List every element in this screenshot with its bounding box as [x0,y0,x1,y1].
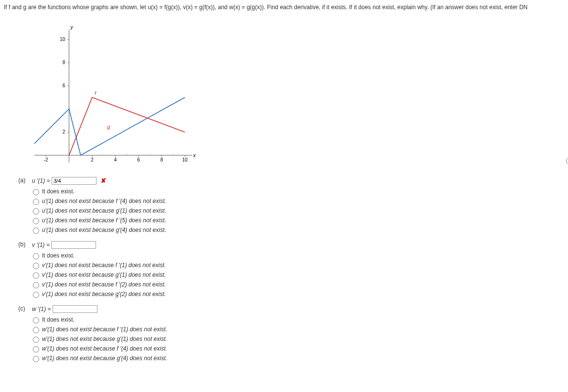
ytick-8: 8 [62,60,65,65]
part-b-opt-4: v′(1) does not exist because g′(2) does … [42,291,166,297]
part-c-radio-2[interactable] [33,337,39,343]
part-b-radio-0[interactable] [33,253,39,259]
info-icon[interactable]: i [566,157,568,165]
y-axis-label: y [70,24,74,30]
xtick-10: 10 [182,157,188,162]
part-a-label: (a) [18,177,30,184]
part-c-opt-1: w′(1) does not exist because f ′(1) does… [42,326,167,333]
part-b-input[interactable] [51,241,96,249]
part-a-opt-0: It does exist. [42,188,74,195]
label-g: g [107,124,111,130]
graph-container: -2 2 4 6 8 10 2 6 8 10 x y [33,15,564,170]
xtick-4: 4 [114,157,117,162]
part-c-opt-0: It does exist. [42,316,74,323]
part-a-radio-2[interactable] [33,208,39,215]
part-a-radio-1[interactable] [33,199,39,205]
part-a-lhs: u ′(1) = [32,177,50,184]
xtick-8: 8 [160,157,163,162]
ytick-10: 10 [60,37,66,42]
part-b-radio-3[interactable] [33,282,39,288]
part-b-opt-3: v′(1) does not exist because f ′(2) does… [42,281,166,288]
part-c-opt-3: w′(1) does not exist because f ′(4) does… [42,345,167,352]
part-a-input[interactable] [52,177,97,185]
x-axis-label: x [193,152,196,158]
part-b-radio-1[interactable] [33,263,39,269]
part-a-options: It does exist. u′(1) does not exist beca… [30,188,564,234]
part-a-opt-4: u′(1) does not exist because g′(4) does … [42,227,166,233]
part-c-options: It does exist. w′(1) does not exist beca… [30,316,564,362]
part-c-opt-2: w′(1) does not exist because g′(1) does … [42,336,167,342]
part-b-opt-1: v′(1) does not exist because f ′(1) does… [42,262,166,269]
part-c-lhs: w ′(1) = [32,306,51,312]
part-a-radio-4[interactable] [33,228,39,234]
part-b-lhs: v ′(1) = [32,242,50,248]
part-b-opt-0: It does exist. [42,252,74,259]
part-c: (c) w ′(1) = [18,305,564,313]
part-c-radio-4[interactable] [33,356,39,362]
part-a-radio-3[interactable] [33,218,39,224]
ytick-6: 6 [62,83,65,88]
part-b-opt-2: v′(1) does not exist because g′(1) does … [42,271,166,278]
part-c-radio-0[interactable] [33,317,39,324]
part-c-opt-4: w′(1) does not exist because g′(4) does … [42,355,167,362]
xtick-neg2: -2 [44,157,48,162]
chart-svg: -2 2 4 6 8 10 2 6 8 10 x y [33,15,197,170]
part-c-radio-1[interactable] [33,327,39,333]
label-f: f [95,90,97,96]
problem-statement: If f and g are the functions whose graph… [4,4,564,11]
part-c-label: (c) [18,305,30,312]
part-c-input[interactable] [53,305,97,313]
part-b: (b) v ′(1) = [18,241,564,249]
wrong-icon: ✘ [101,177,106,184]
xtick-6: 6 [137,157,140,162]
part-a: (a) u ′(1) = ✘ [18,177,564,185]
part-b-options: It does exist. v′(1) does not exist beca… [30,252,564,298]
part-b-label: (b) [18,241,30,248]
series-g [69,97,185,155]
xtick-2: 2 [91,157,94,162]
part-b-radio-4[interactable] [33,292,39,298]
part-a-opt-2: u′(1) does not exist because g′(1) does … [42,207,166,214]
ytick-2: 2 [62,129,65,135]
part-b-radio-2[interactable] [33,272,39,279]
part-c-radio-3[interactable] [33,346,39,352]
part-a-opt-1: u′(1) does not exist because f ′(4) does… [42,198,166,204]
part-a-opt-3: u′(1) does not exist because f ′(5) does… [42,217,166,224]
part-a-radio-0[interactable] [33,189,39,195]
